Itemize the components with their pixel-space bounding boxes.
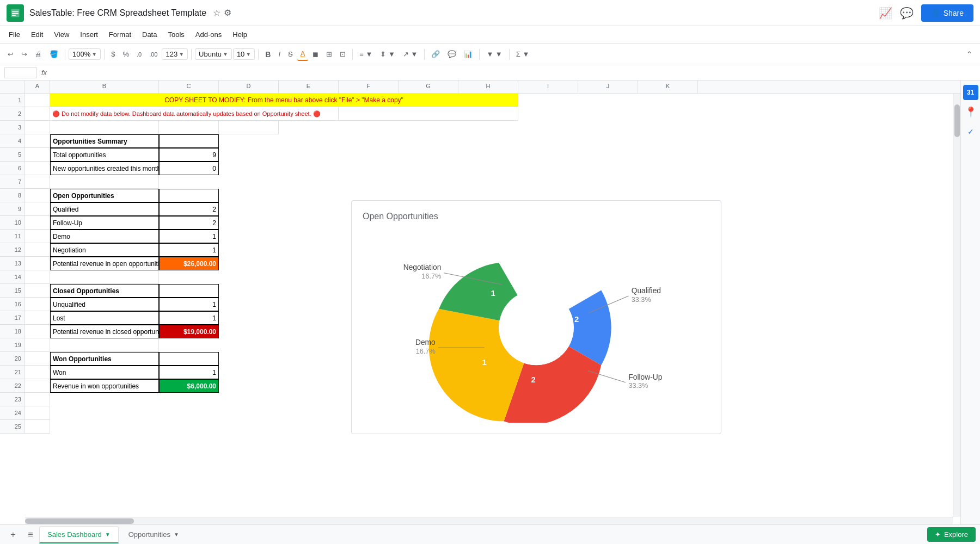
cell-a21[interactable] <box>25 366 50 379</box>
comment-add-button[interactable]: 💬 <box>444 48 460 60</box>
cell-a9[interactable] <box>25 202 50 216</box>
print-button[interactable]: 🖨 <box>32 48 45 60</box>
cell-b1-span[interactable]: COPY SHEET TO MODIFY: From the menu bar … <box>50 94 518 107</box>
cell-a6[interactable] <box>25 162 50 175</box>
cell-a12[interactable] <box>25 243 50 257</box>
col-header-a[interactable]: A <box>25 81 50 93</box>
maps-panel-icon[interactable]: 📍 <box>963 104 978 120</box>
cell-b3[interactable] <box>50 121 159 134</box>
undo-button[interactable]: ↩ <box>4 48 17 60</box>
cell-b9[interactable]: Qualified <box>50 202 159 216</box>
align-h-button[interactable]: ≡ ▼ <box>356 48 376 60</box>
col-header-k[interactable]: K <box>638 81 698 93</box>
col-header-i[interactable]: I <box>518 81 578 93</box>
calendar-panel-icon[interactable]: 31 <box>963 85 978 100</box>
tab-sales-dashboard[interactable]: Sales Dashboard ▼ <box>39 526 119 543</box>
cell-b18[interactable]: Potential revenue in closed opportunitie… <box>50 325 159 338</box>
cell-a2[interactable] <box>25 107 50 121</box>
cell-a18[interactable] <box>25 325 50 338</box>
cell-a13[interactable] <box>25 257 50 270</box>
cell-b12[interactable]: Negotiation <box>50 243 159 257</box>
cell-c8[interactable] <box>159 189 219 202</box>
col-header-d[interactable]: D <box>219 81 279 93</box>
cell-b4[interactable]: Opportunities Summary <box>50 134 159 148</box>
cell-b17[interactable]: Lost <box>50 311 159 325</box>
cell-a7[interactable] <box>25 175 50 189</box>
cell-a1[interactable] <box>25 94 50 107</box>
currency-button[interactable]: $ <box>108 48 118 60</box>
cell-b6[interactable]: New opportunities created this month <box>50 162 159 175</box>
cell-c20[interactable] <box>159 352 219 366</box>
menu-tools[interactable]: Tools <box>163 28 188 41</box>
cell-c5[interactable]: 9 <box>159 148 219 162</box>
sheet-menu-button[interactable]: ≡ <box>22 527 39 542</box>
cell-c11[interactable]: 1 <box>159 230 219 243</box>
menu-insert[interactable]: Insert <box>76 28 102 41</box>
explore-button[interactable]: ✦ Explore <box>927 527 976 542</box>
cell-c21[interactable]: 1 <box>159 366 219 379</box>
cell-a15[interactable] <box>25 284 50 298</box>
cell-a17[interactable] <box>25 311 50 325</box>
cell-c17[interactable]: 1 <box>159 311 219 325</box>
cell-c12[interactable]: 1 <box>159 243 219 257</box>
bold-button[interactable]: B <box>262 48 274 61</box>
borders-button[interactable]: ⊞ <box>323 48 335 60</box>
formula-input[interactable] <box>51 69 976 77</box>
sum-button[interactable]: Σ ▼ <box>513 48 533 60</box>
col-header-b[interactable]: B <box>50 81 159 93</box>
star-icon[interactable]: ☆ <box>213 8 220 18</box>
scroll-thumb[interactable] <box>954 104 960 137</box>
cell-c13[interactable]: $26,000.00 <box>159 257 219 270</box>
link-button[interactable]: 🔗 <box>428 48 443 60</box>
cell-c18[interactable]: $19,000.00 <box>159 325 219 338</box>
menu-view[interactable]: View <box>50 28 74 41</box>
strikethrough-button[interactable]: S <box>285 48 296 60</box>
col-header-h[interactable]: H <box>458 81 518 93</box>
comment-icon[interactable]: 💬 <box>900 7 914 20</box>
cell-c15[interactable] <box>159 284 219 298</box>
format-dropdown[interactable]: 123 ▼ <box>162 48 188 60</box>
cell-b2-span[interactable]: 🔴 Do not modify data below. Dashboard da… <box>50 107 339 121</box>
cell-a5[interactable] <box>25 148 50 162</box>
cell-a16[interactable] <box>25 298 50 311</box>
expand-button[interactable]: ⌃ <box>963 48 976 60</box>
cell-e2[interactable] <box>339 107 518 121</box>
horizontal-scrollbar[interactable] <box>25 517 953 524</box>
menu-help[interactable]: Help <box>228 28 252 41</box>
cell-b13[interactable]: Potential revenue in open opportunities <box>50 257 159 270</box>
cell-b15[interactable]: Closed Opportunities <box>50 284 159 298</box>
hscroll-thumb[interactable] <box>25 518 134 524</box>
cell-a23[interactable] <box>25 393 50 406</box>
col-header-c[interactable]: C <box>159 81 219 93</box>
zoom-dropdown[interactable]: 100% ▼ <box>69 48 101 60</box>
cell-b16[interactable]: Unqualified <box>50 298 159 311</box>
cell-b11[interactable]: Demo <box>50 230 159 243</box>
share-button[interactable]: 👤 Share <box>921 4 973 22</box>
cell-c3[interactable] <box>159 121 219 134</box>
cell-a3[interactable] <box>25 121 50 134</box>
fontsize-dropdown[interactable]: 10 ▼ <box>233 48 255 60</box>
trend-icon[interactable]: 📈 <box>879 7 892 20</box>
cell-d3[interactable] <box>219 121 279 134</box>
add-sheet-button[interactable]: + <box>4 527 22 542</box>
cell-a22[interactable] <box>25 379 50 393</box>
vertical-scrollbar[interactable] <box>953 94 960 517</box>
redo-button[interactable]: ↪ <box>18 48 30 60</box>
col-header-f[interactable]: F <box>339 81 399 93</box>
paint-format-button[interactable]: 🪣 <box>46 48 62 60</box>
menu-addons[interactable]: Add-ons <box>191 28 226 41</box>
cell-b7[interactable] <box>50 175 159 189</box>
cell-b10[interactable]: Follow-Up <box>50 216 159 230</box>
cell-c16[interactable]: 1 <box>159 298 219 311</box>
menu-data[interactable]: Data <box>138 28 161 41</box>
cell-c10[interactable]: 2 <box>159 216 219 230</box>
font-dropdown[interactable]: Ubuntu ▼ <box>195 48 232 60</box>
underline-button[interactable]: A <box>297 47 309 61</box>
menu-format[interactable]: Format <box>105 28 136 41</box>
cell-b22[interactable]: Revenue in won opportunities <box>50 379 159 393</box>
merge-button[interactable]: ⊡ <box>336 48 349 60</box>
col-header-e[interactable]: E <box>279 81 339 93</box>
cell-a19[interactable] <box>25 338 50 352</box>
filter-button[interactable]: ▼ ▼ <box>483 48 505 60</box>
cell-a14[interactable] <box>25 270 50 284</box>
